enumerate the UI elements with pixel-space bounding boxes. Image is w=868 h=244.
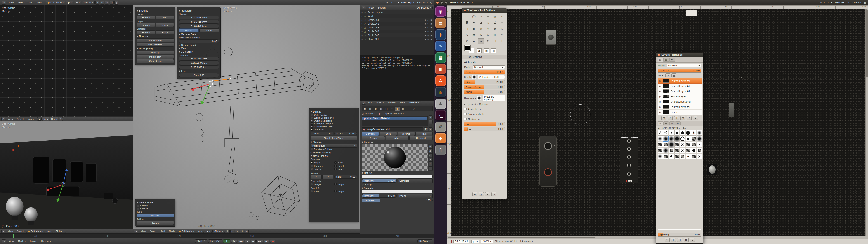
patterns-tab[interactable]: ▦ (663, 121, 669, 125)
display-option-row[interactable]: World Background (311, 117, 357, 119)
flip-tool[interactable]: ⇋ (464, 32, 470, 38)
checkbox[interactable] (311, 183, 313, 185)
render-tab[interactable]: ▣ (362, 106, 367, 111)
layer-name[interactable]: Pasted Layer #3 (671, 105, 690, 108)
brush-cell[interactable] (657, 148, 663, 153)
ellipse-select-tool[interactable]: ◯ (471, 14, 477, 20)
object-tab[interactable]: □ (384, 106, 389, 111)
display-option-row[interactable]: Grid Floor (311, 128, 357, 131)
flip-direction-button[interactable]: Flip Direction (137, 43, 174, 47)
eraser-tool[interactable]: ▰ (471, 38, 477, 44)
brush-cell[interactable] (697, 136, 702, 142)
next-keyframe-button[interactable]: ▶▶ (256, 240, 263, 243)
checkbox[interactable] (311, 165, 313, 167)
expand-icon[interactable]: ▸ (362, 15, 364, 17)
horizontal-ruler[interactable]: 050100150200250300350400450 (451, 5, 868, 9)
brush-cell[interactable] (680, 154, 685, 159)
checkbox[interactable] (334, 168, 337, 170)
anchor-layer-button[interactable]: ↧ (687, 116, 692, 120)
brush-cell[interactable] (686, 130, 691, 135)
faces-smooth-button[interactable]: Smooth (137, 16, 155, 20)
refresh-brushes-button[interactable]: ↻ (690, 238, 695, 242)
modifiers-tab[interactable]: ✦ (390, 106, 395, 111)
mode-selector[interactable]: ●Edit Mode▾ (26, 230, 45, 233)
restore-tool-preset-button[interactable]: ▲ (479, 192, 484, 196)
header-menu[interactable]: Image (26, 118, 36, 120)
brush-cell[interactable] (663, 142, 669, 147)
brush-cell[interactable] (691, 142, 696, 147)
app-title[interactable]: GIMP Image Editor (450, 1, 473, 4)
panel-title[interactable]: Transform (181, 9, 192, 12)
visibility-eye-icon[interactable]: ◉ (659, 106, 662, 108)
grid-lines-slider[interactable]: Lines:10 (311, 132, 333, 135)
clone-tool[interactable]: ⊡ (492, 38, 498, 44)
brush-cell[interactable] (680, 136, 685, 142)
layer-mode-selector[interactable]: Normal▾ (666, 64, 702, 67)
tray-icon[interactable]: ⇅ (391, 1, 392, 4)
layer-row[interactable]: ◉ Pasted Layer #2 (658, 84, 702, 89)
pasted-layer-selection[interactable] (620, 138, 638, 183)
header-menu[interactable]: Mesh (35, 1, 45, 4)
editor-type-icon[interactable]: ⊞ (134, 230, 138, 233)
brush-cell[interactable] (686, 142, 691, 147)
brush-cell[interactable] (680, 148, 685, 153)
panel-title[interactable]: UV Mapping (139, 48, 153, 50)
viewport-shading-selector[interactable]: ◐▾ (197, 230, 204, 233)
firefox[interactable]: ▸ ◗ (435, 29, 446, 40)
paths-tool[interactable]: ✒ (471, 20, 477, 26)
jump-end-button[interactable]: ▶| (264, 240, 270, 243)
face-info-row[interactable]: Area (311, 190, 333, 193)
layer-row[interactable]: ◉ Layer (658, 110, 702, 115)
info-menu[interactable]: Window (386, 101, 398, 104)
header-menu[interactable]: Mesh (167, 230, 176, 233)
header-menu[interactable]: Select (16, 230, 26, 233)
panel-title[interactable]: Specular (364, 187, 374, 189)
diffuse-color-swatch[interactable] (362, 175, 433, 178)
brush-cell[interactable] (691, 154, 696, 159)
blender[interactable]: ▸ ◆ (435, 133, 446, 144)
panel-title[interactable]: Motion Tracking (313, 151, 331, 154)
smooth-stroke-checkbox[interactable] (464, 113, 467, 116)
brush-thumbnail[interactable] (472, 75, 476, 79)
overlay-option-row[interactable]: Sharp (334, 168, 357, 171)
align-tool[interactable]: ⊞ (464, 26, 470, 32)
viewport-scene-shaded[interactable]: User Ortho Meters (0) Plane.003 (0, 121, 133, 229)
paintbrush-tool[interactable]: ✐ (464, 38, 470, 44)
outliner-row[interactable]: ▸ △ Circle.065 ◉ ▻ ▣ (360, 33, 434, 37)
visibility-eye-icon[interactable]: ◉ (659, 111, 662, 114)
cursor-z-field[interactable]: Z: 25.89228cm (179, 65, 219, 69)
scene-tab[interactable]: ◐ (373, 106, 378, 111)
bevel-weight-slider[interactable]: 0.00 (179, 39, 219, 43)
outliner-row[interactable]: ▸ △ Circle.064 ◉ ▻ ▣ (360, 30, 434, 33)
outliner-menu[interactable]: Search (376, 6, 388, 9)
manipulator-scale-icon[interactable]: ⇲ (235, 230, 239, 233)
render-layers-tab[interactable]: ▤ (368, 106, 373, 111)
specular-color-swatch[interactable] (362, 190, 433, 193)
display-option-row[interactable]: All Object Origins (311, 122, 357, 125)
header-menu[interactable]: Select (148, 230, 158, 233)
grid-scale-slider[interactable]: Scale:1.000 (334, 132, 357, 135)
preview-sky-button[interactable]: ◠ (429, 166, 432, 170)
action-toggle-button[interactable]: Toggle (137, 221, 174, 225)
active-brush-indicator[interactable]: ● (477, 48, 482, 53)
lower-layer-button[interactable]: ↓ (674, 116, 679, 120)
active-gradient-indicator[interactable]: ▥ (491, 48, 496, 53)
render-opengl-icon[interactable]: ▦ (245, 230, 249, 233)
header-menu[interactable]: View (6, 1, 16, 4)
checkbox[interactable] (334, 161, 337, 163)
mark-seam-button[interactable]: Mark Seam (137, 55, 174, 59)
image-new-button[interactable]: New (42, 117, 49, 121)
deselect-button[interactable]: Deselect (409, 136, 433, 140)
end-frame-field[interactable]: End:250 (208, 240, 222, 243)
diffuse-shader-selector[interactable]: Lambert▾ (398, 179, 433, 183)
active-pattern-indicator[interactable]: ▦ (484, 48, 489, 53)
motion-only-checkbox[interactable] (464, 118, 467, 120)
foreground-select-tool[interactable]: ◙ (464, 20, 470, 26)
spacing-slider[interactable]: Spacing10.0 (658, 233, 702, 237)
brush-cell[interactable] (669, 148, 674, 153)
layer-opacity-slider[interactable]: Opacity100.0 (658, 69, 702, 72)
lock-alpha-button[interactable]: ▦ (671, 73, 676, 78)
libreoffice-writer[interactable]: ▸ ✎ (435, 41, 446, 51)
visibility-eye-icon[interactable]: ◉ (659, 80, 662, 82)
global-toggle[interactable]: Global (179, 28, 199, 32)
